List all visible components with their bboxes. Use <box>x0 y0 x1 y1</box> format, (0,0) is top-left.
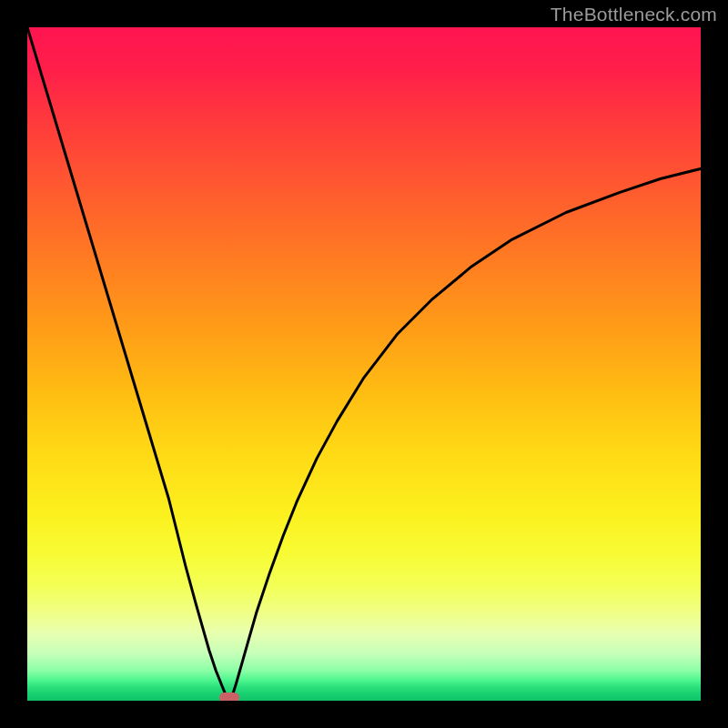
bottleneck-curve <box>27 27 701 701</box>
minimum-marker <box>219 693 239 701</box>
plot-area <box>27 27 701 701</box>
curve-path <box>27 27 701 699</box>
watermark-text: TheBottleneck.com <box>551 4 717 25</box>
chart-frame: TheBottleneck.com <box>0 0 728 728</box>
